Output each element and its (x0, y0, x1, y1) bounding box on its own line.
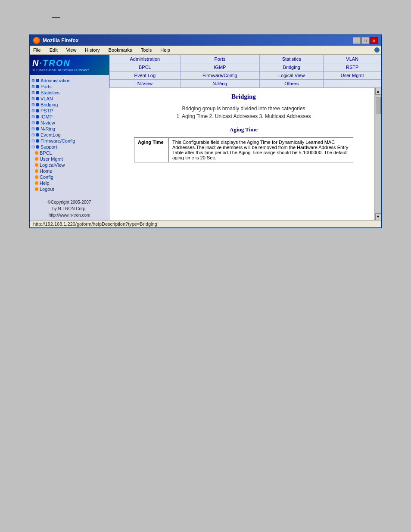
menu-bar: File Edit View History Bookmarks Tools H… (30, 46, 381, 55)
sidebar-item-administration[interactable]: ⊞ Administration (30, 78, 109, 84)
sidebar-label-administration: Administration (40, 78, 71, 83)
sidebar-item-rstp[interactable]: ⊞ PSTP (30, 108, 109, 114)
website: http://www.n-tron.com (33, 212, 106, 218)
sidebar-item-firmware[interactable]: ⊞ Firmware/Config (30, 138, 109, 144)
aging-time-label: Aging Time (134, 138, 168, 162)
sidebar-item-home[interactable]: Home (30, 168, 109, 174)
menu-help[interactable]: Help (159, 47, 172, 53)
bullet-bridging (36, 103, 39, 106)
nav-ports[interactable]: Ports (215, 56, 226, 62)
minimize-button[interactable]: _ (353, 37, 361, 44)
menu-tools[interactable]: Tools (139, 47, 154, 53)
sidebar-item-usermgmt[interactable]: User Mgmt (30, 156, 109, 162)
scroll-down-button[interactable]: ▼ (375, 213, 381, 220)
ntron-logo: N·TRON (32, 58, 106, 68)
firefox-icon (33, 37, 40, 44)
menu-view[interactable]: View (65, 47, 78, 53)
nav-bpcl[interactable]: BPCL (139, 65, 151, 70)
page-subtitle: Bridging group is broadly divided into t… (115, 106, 373, 112)
nav-nring[interactable]: N-Ring (212, 81, 227, 86)
main-layout: N·TRON THE INDUSTRIAL NETWORK COMPANY ⊞ … (30, 55, 381, 220)
sidebar-item-bridging[interactable]: ⊞ Bridging (30, 102, 109, 108)
bullet-eventlog (36, 133, 39, 137)
scroll-up-button[interactable]: ▲ (375, 88, 381, 95)
content-area: Administration Ports Statistics VLAN BPC… (109, 55, 381, 220)
sidebar-label-nring: N-Ring (40, 126, 55, 131)
sidebar-item-vlan[interactable]: ⊞ VLAN (30, 96, 109, 102)
sidebar-item-config[interactable]: Config (30, 174, 109, 180)
bullet-nring (36, 127, 39, 131)
nav-bridging[interactable]: Bridging (283, 65, 300, 70)
bullet-usermgmt (35, 157, 38, 161)
sidebar-item-statistics[interactable]: ⊞ Statistics (30, 90, 109, 96)
nav-igmp[interactable]: IGMP (214, 65, 226, 70)
sidebar-label-statistics: Statistics (40, 90, 59, 95)
logo-header: N·TRON THE INDUSTRIAL NETWORK COMPANY (30, 55, 109, 75)
sidebar-label-nview: N-view (40, 120, 55, 125)
close-button[interactable]: ✕ (370, 37, 378, 44)
menu-history[interactable]: History (83, 47, 101, 53)
scroll-thumb[interactable] (376, 97, 381, 114)
sidebar-item-eventlog[interactable]: ⊞ EventLog (30, 132, 109, 138)
bullet-logicalview (35, 163, 38, 167)
browser-status-bar: http://192.168.1.220/goform/helpDescript… (30, 220, 381, 227)
section-title: Aging Time (115, 126, 373, 133)
nav-administration[interactable]: Administration (130, 56, 160, 62)
maximize-button[interactable]: □ (361, 37, 369, 44)
browser-status-dot (374, 47, 380, 53)
bullet-support (36, 145, 39, 149)
bullet-firmware (36, 139, 39, 143)
nav-statistics[interactable]: Statistics (282, 56, 301, 62)
title-bar-left: Mozilla Firefox (33, 37, 78, 44)
sidebar-label-rstp: PSTP (40, 108, 53, 113)
bullet-rstp (36, 109, 39, 112)
sidebar-item-nring[interactable]: ⊞ N-Ring (30, 126, 109, 132)
sidebar-label-logicalview: LogicalView (40, 162, 65, 168)
aging-time-table: Aging Time This Configurable field displ… (134, 137, 353, 162)
sidebar-label-bridging: Bridging (40, 102, 58, 107)
sidebar-item-igmp[interactable]: ⊞ IGMP (30, 114, 109, 120)
sidebar-item-help[interactable]: Help (30, 180, 109, 186)
sidebar-label-firmware: Firmware/Config (40, 138, 75, 143)
scroll-track (375, 95, 381, 213)
sidebar-label-logout: Logout (40, 187, 54, 192)
bullet-logout (35, 187, 38, 191)
subtitle-text: Bridging group is broadly divided into t… (182, 106, 305, 112)
bullet-help (35, 181, 38, 185)
nav-vlan[interactable]: VLAN (346, 56, 358, 62)
sidebar-label-home: Home (40, 168, 52, 174)
sidebar-label-help: Help (40, 180, 50, 186)
page-content-wrapper: Bridging Bridging group is broadly divid… (109, 88, 381, 220)
menu-bookmarks[interactable]: Bookmarks (107, 47, 134, 53)
browser-window: Mozilla Firefox _ □ ✕ File Edit View His… (29, 34, 382, 228)
nav-usermgmt[interactable]: User Mgmt (341, 73, 364, 78)
nav-rstp[interactable]: RSTP (346, 65, 358, 70)
sidebar-item-bpcl[interactable]: BPCL (30, 150, 109, 156)
nav-logicalview[interactable]: Logical View (278, 73, 305, 78)
logo-tagline: THE INDUSTRIAL NETWORK COMPANY (32, 68, 106, 72)
nav-eventlog[interactable]: Event Log (134, 73, 156, 78)
page-content: Bridging Bridging group is broadly divid… (109, 88, 381, 217)
sidebar-label-vlan: VLAN (40, 96, 53, 101)
sidebar-item-ports[interactable]: ⊞ Ports (30, 84, 109, 90)
sidebar: N·TRON THE INDUSTRIAL NETWORK COMPANY ⊞ … (30, 55, 109, 220)
sidebar-label-support: Support (40, 144, 57, 149)
sidebar-item-logout[interactable]: Logout (30, 186, 109, 192)
bullet-nview (36, 121, 39, 124)
copyright-text: ©Copyright 2005-2007 (33, 199, 106, 205)
sidebar-label-ports: Ports (40, 84, 52, 89)
nav-nview[interactable]: N-View (137, 81, 153, 86)
nav-others[interactable]: Others (284, 81, 299, 86)
company-name: by N-TRON Corp. (33, 205, 106, 212)
sidebar-item-nview[interactable]: ⊞ N-view (30, 120, 109, 126)
menu-file[interactable]: File (31, 47, 43, 53)
aging-time-description: This Configurable field displays the Agi… (168, 138, 353, 162)
bullet-home (35, 169, 38, 173)
sidebar-item-support[interactable]: ⊞ Support (30, 144, 109, 150)
scrollbar[interactable]: ▲ ▼ (374, 88, 381, 220)
sidebar-label-config: Config (40, 174, 53, 180)
nav-firmware[interactable]: Firmware/Config (202, 73, 237, 78)
sidebar-item-logicalview[interactable]: LogicalView (30, 162, 109, 168)
menu-edit[interactable]: Edit (48, 47, 59, 53)
bullet-administration (36, 79, 39, 82)
